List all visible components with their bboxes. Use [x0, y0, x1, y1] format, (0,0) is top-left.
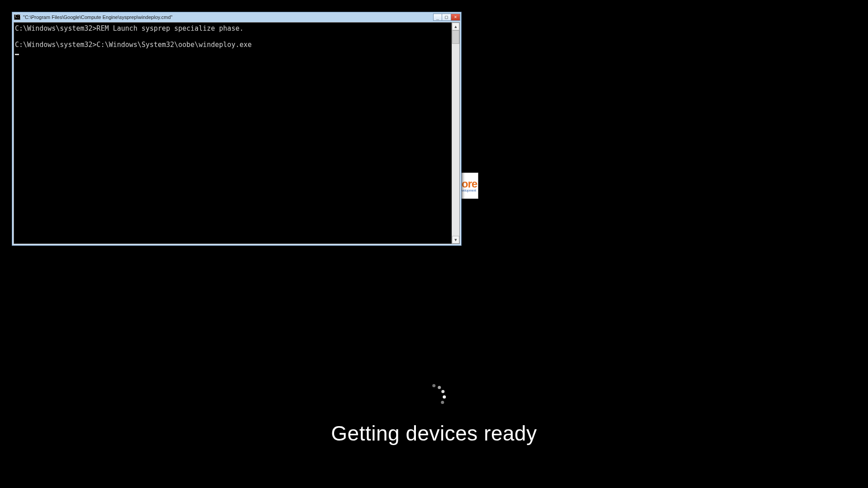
cmd-icon	[14, 14, 20, 20]
scroll-down-button[interactable]: ▼	[452, 236, 459, 244]
command-prompt-window[interactable]: "C:\Program Files\Google\Compute Engine\…	[12, 12, 462, 246]
vertical-scrollbar[interactable]: ▲ ▼	[452, 23, 459, 244]
scrollbar-thumb[interactable]	[452, 30, 459, 44]
logo-text-big: ore	[462, 179, 477, 189]
terminal-output[interactable]: C:\Windows\system32>REM Launch sysprep s…	[14, 23, 452, 244]
maximize-button[interactable]: □	[442, 14, 451, 21]
window-title: "C:\Program Files\Google\Compute Engine\…	[23, 14, 433, 20]
scrollbar-track[interactable]	[452, 30, 459, 236]
logo-text-small: velopment	[462, 189, 476, 192]
window-controls: _ □ ×	[433, 14, 460, 21]
close-button[interactable]: ×	[451, 14, 460, 21]
titlebar[interactable]: "C:\Program Files\Google\Compute Engine\…	[12, 12, 461, 22]
terminal-cursor	[15, 54, 19, 55]
oobe-status-text: Getting devices ready	[331, 421, 537, 446]
scroll-up-button[interactable]: ▲	[452, 23, 459, 30]
oobe-status: Getting devices ready	[331, 384, 537, 446]
window-client-area: C:\Windows\system32>REM Launch sysprep s…	[14, 22, 460, 244]
background-logo-fragment: ore velopment	[460, 173, 478, 199]
loading-spinner-icon	[422, 384, 446, 408]
minimize-button[interactable]: _	[433, 14, 442, 21]
